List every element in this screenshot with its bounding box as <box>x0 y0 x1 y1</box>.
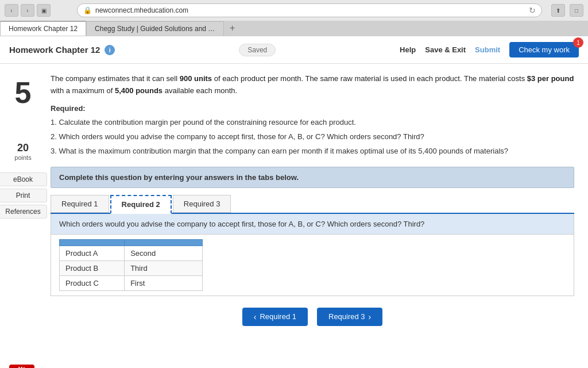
table-row: Product A Second <box>60 246 203 260</box>
prev-required-button[interactable]: ‹ Required 1 <box>242 308 308 326</box>
points-text: points <box>14 154 31 161</box>
window-button[interactable]: ▣ <box>37 4 51 17</box>
answer-table: Product A Second Product B Third Product… <box>59 239 203 291</box>
required-list: 1. Calculate the contribution margin per… <box>51 116 574 158</box>
prev-required-label: Required 1 <box>260 312 296 321</box>
browser-nav-buttons: ‹ › ▣ <box>5 4 51 17</box>
tab-content: Which orders would you advise the compan… <box>51 214 574 296</box>
tabs-container: Required 1 Required 2 Required 3 <box>51 195 574 214</box>
back-button[interactable]: ‹ <box>5 4 18 17</box>
expand-button[interactable]: □ <box>570 4 583 17</box>
tab-bar: Homework Chapter 12 Chegg Study | Guided… <box>0 21 588 36</box>
question-number: 5 <box>15 78 32 108</box>
footer-logo: Mc Graw Hill Education <box>9 365 34 368</box>
share-button[interactable]: ⬆ <box>551 4 565 17</box>
points-value: 20 <box>14 142 31 154</box>
submit-button[interactable]: Submit <box>475 45 500 54</box>
check-work-button[interactable]: Check my work 1 <box>509 42 579 57</box>
browser-toolbar: ‹ › ▣ 🔒 newconnect.mheducation.com ↻ ⬆ □ <box>0 0 588 21</box>
product-c-label: Product C <box>60 275 125 290</box>
logo-box: Mc Graw Hill Education <box>9 365 34 368</box>
col-header-order <box>125 239 203 246</box>
header-left: Homework Chapter 12 i <box>9 45 115 55</box>
question-text: The company estimates that it can sell 9… <box>51 73 574 97</box>
prev-arrow-icon: ‹ <box>254 312 257 321</box>
help-button[interactable]: Help <box>400 45 416 54</box>
nav-buttons: ‹ Required 1 Required 3 › <box>51 308 574 338</box>
new-tab-button[interactable]: + <box>224 21 241 36</box>
next-required-label: Required 3 <box>328 312 365 321</box>
question-body: The company estimates that it can sell 9… <box>46 64 588 368</box>
required-label: Required: <box>51 104 574 113</box>
tab-required-3[interactable]: Required 3 <box>173 195 231 213</box>
address-text: newconnect.mheducation.com <box>95 6 188 14</box>
next-required-button[interactable]: Required 3 › <box>317 308 382 326</box>
main-content: 5 20 points eBook Print References The c… <box>0 64 588 368</box>
ebook-link[interactable]: eBook <box>0 172 47 186</box>
tab-required-1[interactable]: Required 1 <box>51 195 109 213</box>
browser-chrome: ‹ › ▣ 🔒 newconnect.mheducation.com ↻ ⬆ □… <box>0 0 588 36</box>
header-right: Help Save & Exit Submit Check my work 1 <box>400 42 579 57</box>
product-a-order: Second <box>125 246 203 260</box>
table-row: Product C First <box>60 275 203 290</box>
save-exit-button[interactable]: Save & Exit <box>425 45 466 54</box>
print-link[interactable]: Print <box>0 189 47 202</box>
required-item-1: 1. Calculate the contribution margin per… <box>51 116 574 129</box>
address-bar[interactable]: 🔒 newconnect.mheducation.com ↻ <box>77 3 542 17</box>
sidebar-links: eBook Print References <box>0 172 47 218</box>
tab-question: Which orders would you advise the compan… <box>51 214 574 235</box>
check-work-badge: 1 <box>573 37 583 48</box>
product-b-order: Third <box>125 260 203 275</box>
required-item-2: 2. Which orders would you advise the com… <box>51 131 574 143</box>
product-c-order: First <box>125 275 203 290</box>
references-link[interactable]: References <box>0 205 47 218</box>
forward-button[interactable]: › <box>21 4 34 17</box>
product-a-label: Product A <box>60 246 125 260</box>
col-header-product <box>60 239 125 246</box>
tab-homework[interactable]: Homework Chapter 12 <box>0 21 86 36</box>
points-label: 20 points <box>14 142 31 161</box>
info-icon[interactable]: i <box>105 45 115 55</box>
table-row: Product B Third <box>60 260 203 275</box>
app-title: Homework Chapter 12 <box>9 45 100 55</box>
instructions-box: Complete this question by entering your … <box>51 167 574 188</box>
required-item-3: 3. What is the maximum contribution marg… <box>51 145 574 158</box>
question-sidebar: 5 20 points eBook Print References <box>0 64 46 368</box>
next-arrow-icon: › <box>369 312 372 321</box>
browser-tabs: Homework Chapter 12 Chegg Study | Guided… <box>0 21 241 36</box>
product-b-label: Product B <box>60 260 125 275</box>
app-header: Homework Chapter 12 i Saved Help Save & … <box>0 36 588 64</box>
saved-badge: Saved <box>239 44 276 56</box>
tab-chegg[interactable]: Chegg Study | Guided Solutions and Study… <box>86 21 224 36</box>
tab-required-2[interactable]: Required 2 <box>110 195 172 214</box>
